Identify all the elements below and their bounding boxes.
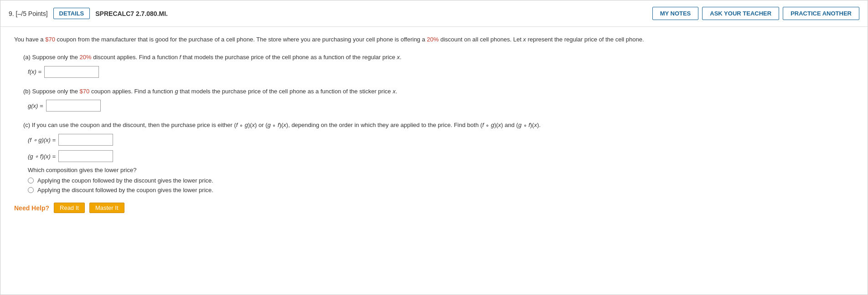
part-a-input-row: f(x) = [28,66,854,78]
part-b-input-row: g(x) = [28,100,854,112]
need-help-label: Need Help? [14,204,49,212]
radio-input-2[interactable] [28,187,34,193]
part-c-fog-row: (f ∘ g)(x) = [28,134,854,146]
part-c: (c) If you can use the coupon and the di… [14,121,854,193]
radio-label-2: Applying the discount followed by the co… [37,187,213,193]
details-button[interactable]: DETAILS [53,8,90,19]
master-it-button[interactable]: Master It [89,203,124,213]
question-header: 9. [–/5 Points] DETAILS SPRECALC7 2.7.08… [0,0,868,27]
need-help-section: Need Help? Read It Master It [14,203,854,213]
text-mid2: discount on all cell phones. Let x repre… [439,36,644,43]
question-number: 9. [–/5 Points] [9,10,48,17]
part-b: (b) Suppose only the $70 coupon applies.… [14,87,854,112]
radio-group: Which composition gives the lower price?… [28,167,854,193]
part-a: (a) Suppose only the 20% discount applie… [14,53,854,78]
discount-pct: 20% [427,36,439,43]
radio-option-2: Applying the discount followed by the co… [28,187,854,193]
question-code: SPRECALC7 2.7.080.MI. [95,10,646,17]
text-mid1: coupon from the manufacturer that is goo… [55,36,427,43]
part-a-input-label: f(x) = [28,68,41,75]
coupon-amount: $70 [45,36,55,43]
part-b-input-label: g(x) = [28,102,43,109]
part-a-input[interactable] [44,66,99,78]
problem-text: You have a $70 coupon from the manufactu… [14,35,854,45]
header-buttons: MY NOTES ASK YOUR TEACHER PRACTICE ANOTH… [652,7,859,20]
part-c-fog-label: (f ∘ g)(x) = [28,137,56,143]
part-c-inputs: (f ∘ g)(x) = (g ∘ f)(x) = [28,134,854,162]
my-notes-button[interactable]: MY NOTES [652,7,699,20]
part-a-label: (a) Suppose only the 20% discount applie… [23,53,854,62]
read-it-button[interactable]: Read It [54,203,85,213]
part-c-gof-input[interactable] [58,150,113,162]
part-c-label: (c) If you can use the coupon and the di… [23,121,854,130]
part-c-gof-row: (g ∘ f)(x) = [28,150,854,162]
composition-question: Which composition gives the lower price? [28,167,854,173]
intro-text: You have a [14,36,45,43]
part-c-gof-label: (g ∘ f)(x) = [28,153,56,160]
page-wrapper: 9. [–/5 Points] DETAILS SPRECALC7 2.7.08… [0,0,868,295]
part-b-label: (b) Suppose only the $70 coupon applies.… [23,87,854,97]
radio-input-1[interactable] [28,178,34,183]
practice-another-button[interactable]: PRACTICE ANOTHER [783,7,859,20]
ask-teacher-button[interactable]: ASK YOUR TEACHER [702,7,779,20]
radio-label-1: Applying the coupon followed by the disc… [37,177,213,184]
radio-option-1: Applying the coupon followed by the disc… [28,177,854,184]
part-b-input[interactable] [46,100,101,112]
part-c-fog-input[interactable] [58,134,113,146]
question-body: You have a $70 coupon from the manufactu… [0,27,868,224]
